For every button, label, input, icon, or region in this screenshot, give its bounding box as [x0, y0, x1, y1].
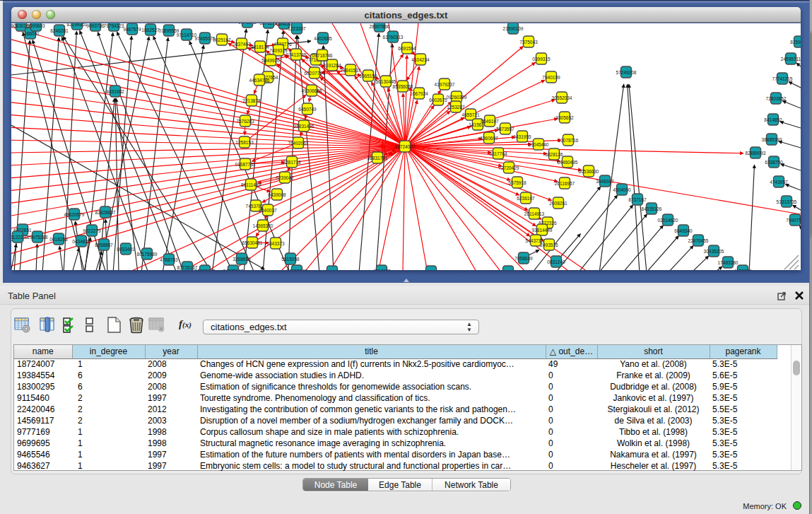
svg-text:28831436: 28831436	[294, 124, 314, 129]
svg-text:01687731: 01687731	[235, 162, 256, 167]
svg-text:14365370: 14365370	[253, 223, 273, 228]
svg-text:6828126: 6828126	[545, 152, 563, 157]
svg-text:0640037: 0640037	[259, 208, 277, 213]
svg-text:70658948: 70658948	[287, 269, 307, 271]
svg-text:6360607: 6360607	[480, 136, 498, 141]
svg-text:29975288: 29975288	[28, 235, 48, 240]
svg-text:8058887: 8058887	[95, 243, 113, 247]
svg-text:82199351: 82199351	[67, 23, 88, 27]
svg-text:4788783: 4788783	[160, 257, 178, 262]
svg-text:79754323: 79754323	[104, 23, 124, 28]
svg-text:72803852: 72803852	[766, 96, 787, 101]
svg-text:6849340: 6849340	[674, 228, 693, 233]
svg-text:1223307: 1223307	[288, 26, 306, 31]
svg-text:56130445: 56130445	[376, 79, 396, 84]
svg-text:28907866: 28907866	[370, 24, 390, 29]
svg-text:22470455: 22470455	[688, 238, 709, 243]
svg-text:13613412: 13613412	[195, 269, 216, 271]
svg-text:76122202: 76122202	[11, 235, 28, 240]
svg-text:0434839: 0434839	[72, 239, 90, 244]
svg-text:61760313: 61760313	[383, 35, 404, 40]
svg-text:6691564: 6691564	[398, 46, 416, 51]
svg-text:86111489: 86111489	[241, 182, 261, 187]
svg-text:80175989: 80175989	[137, 252, 158, 257]
svg-text:5873557: 5873557	[496, 127, 514, 132]
svg-text:3191284: 3191284	[323, 63, 341, 68]
svg-text:2008261: 2008261	[549, 201, 567, 206]
svg-text:7058649: 7058649	[514, 256, 533, 261]
svg-text:29841537: 29841537	[341, 68, 361, 73]
svg-text:6439008: 6439008	[268, 192, 286, 197]
svg-text:93814449: 93814449	[532, 228, 553, 233]
svg-text:38831701: 38831701	[367, 156, 388, 160]
svg-text:82889093: 82889093	[746, 151, 766, 156]
svg-text:4655721: 4655721	[461, 112, 480, 117]
svg-text:38885393: 38885393	[762, 137, 782, 142]
svg-text:2213878: 2213878	[242, 98, 261, 103]
svg-text:82828807: 82828807	[95, 210, 116, 215]
svg-text:60536630: 60536630	[579, 169, 599, 174]
svg-text:4104234: 4104234	[411, 57, 430, 62]
svg-text:1311440: 1311440	[324, 269, 341, 271]
svg-text:0025167: 0025167	[213, 37, 231, 42]
svg-text:64460495: 64460495	[558, 160, 578, 165]
svg-text:85356068: 85356068	[393, 84, 413, 89]
svg-text:26116957: 26116957	[555, 181, 575, 186]
svg-text:7409319: 7409319	[269, 48, 288, 53]
svg-text:2493516: 2493516	[540, 243, 558, 247]
svg-text:24595711: 24595711	[781, 57, 801, 62]
svg-text:6450749: 6450749	[298, 107, 317, 112]
svg-text:9099603: 9099603	[27, 23, 45, 28]
svg-text:7990751: 7990751	[786, 218, 801, 223]
svg-text:1258153: 1258153	[235, 140, 254, 145]
svg-text:9487574: 9487574	[123, 27, 141, 32]
svg-text:0431955: 0431955	[513, 134, 531, 139]
svg-text:41979237: 41979237	[435, 82, 455, 87]
svg-text:04718746: 04718746	[312, 53, 333, 58]
svg-text:4743957: 4743957	[770, 180, 788, 185]
svg-text:1067924: 1067924	[410, 91, 428, 96]
svg-text:72720429: 72720429	[499, 165, 519, 170]
svg-text:8818174: 8818174	[251, 45, 269, 49]
svg-text:0018263: 0018263	[49, 237, 68, 242]
svg-text:8737167: 8737167	[628, 197, 647, 202]
svg-text:8414852: 8414852	[764, 117, 782, 122]
svg-text:9093786: 9093786	[86, 23, 105, 28]
svg-text:21590109: 21590109	[503, 26, 524, 31]
svg-text:24273167: 24273167	[223, 269, 244, 271]
svg-text:6002675: 6002675	[429, 98, 447, 103]
svg-text:0239042: 0239042	[276, 175, 294, 180]
svg-text:13078716: 13078716	[558, 138, 579, 143]
svg-text:3268656: 3268656	[233, 257, 251, 262]
svg-text:09260309: 09260309	[447, 95, 467, 100]
svg-text:44634786: 44634786	[249, 78, 270, 83]
svg-text:9022279: 9022279	[83, 228, 101, 233]
svg-text:5449920: 5449920	[261, 58, 280, 63]
svg-text:9305652: 9305652	[555, 115, 574, 120]
svg-text:5515058: 5515058	[281, 257, 300, 262]
svg-text:0399315: 0399315	[532, 57, 551, 62]
svg-text:51402614: 51402614	[421, 269, 442, 271]
svg-text:76402067: 76402067	[288, 141, 309, 146]
svg-text:7940199: 7940199	[542, 75, 560, 80]
svg-text:3448347: 3448347	[596, 179, 614, 184]
svg-text:07413748: 07413748	[286, 52, 307, 57]
svg-text:7576283: 7576283	[236, 119, 254, 124]
svg-text:4402685: 4402685	[314, 36, 332, 41]
svg-text:2281718: 2281718	[283, 160, 301, 165]
svg-text:17483380: 17483380	[718, 260, 739, 265]
svg-text:65630481: 65630481	[242, 240, 263, 245]
svg-text:4431982: 4431982	[106, 89, 124, 94]
svg-text:7375043: 7375043	[519, 40, 538, 45]
svg-text:97114710: 97114710	[177, 33, 197, 37]
svg-text:0831240: 0831240	[547, 259, 565, 264]
svg-text:02014620: 02014620	[658, 218, 678, 223]
svg-text:84335326: 84335326	[642, 206, 662, 211]
svg-text:1862527: 1862527	[141, 28, 160, 33]
svg-text:57249208: 57249208	[616, 70, 637, 75]
svg-text:5575918: 5575918	[508, 180, 526, 185]
svg-text:1419314: 1419314	[499, 269, 517, 271]
svg-text:8033401: 8033401	[117, 247, 135, 252]
svg-text:7343373: 7343373	[266, 241, 285, 246]
svg-text:0317764: 0317764	[489, 151, 507, 156]
